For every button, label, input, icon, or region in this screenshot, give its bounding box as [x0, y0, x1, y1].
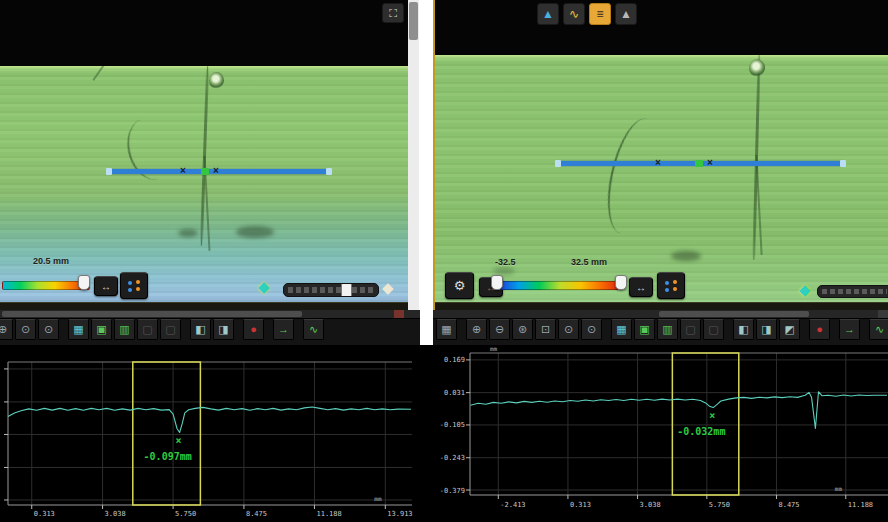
line-marker-2[interactable]: × — [213, 165, 219, 177]
palette-dots-button[interactable] — [657, 272, 685, 299]
layers-button[interactable]: ≡ — [589, 3, 611, 25]
record-button[interactable]: ● — [809, 319, 830, 340]
measurement-line[interactable]: × × — [557, 161, 844, 166]
export-data-button[interactable]: → — [273, 319, 294, 340]
capture-view-icon: ▦ — [616, 324, 626, 335]
height-histogram-icon: ▥ — [119, 324, 129, 335]
right-profile-chart[interactable]: -2.4130.3133.0385.7508.47511.1880.1690.0… — [433, 345, 888, 522]
scroll-end-marker — [878, 310, 888, 318]
profile-wave-button[interactable]: ∿ — [563, 3, 585, 25]
auto-range-button[interactable]: ↔ — [94, 276, 118, 296]
app-window: × × 20.5 mm ↔ ◆ ◆ ⛶ ▲∿≡▲ — [0, 0, 888, 522]
right-panel-black-margin — [435, 0, 888, 55]
zoom-select-button[interactable]: ⊕ — [0, 319, 13, 340]
zoom-next-button[interactable]: ⊙ — [581, 319, 602, 340]
right-h-scrollbar[interactable] — [433, 310, 888, 319]
zoom-fit-button[interactable]: ⊡ — [535, 319, 556, 340]
nav-diamond-icon[interactable]: ◆ — [799, 283, 811, 297]
compare-view-button[interactable]: ▢ — [680, 319, 701, 340]
compare-view-button[interactable]: ▢ — [137, 319, 158, 340]
auto-range-button-right[interactable]: ↔ — [629, 277, 653, 297]
color-scale-bar[interactable] — [2, 281, 90, 290]
frame-scrubber[interactable] — [283, 283, 379, 297]
zoom-region-button[interactable]: ⊛ — [512, 319, 533, 340]
toolbar-separator — [802, 319, 807, 340]
report-chart-button[interactable]: ∿ — [869, 319, 888, 340]
toolbar-separator — [61, 319, 66, 340]
svg-text:-0.243: -0.243 — [440, 454, 465, 462]
height-histogram-button[interactable]: ▥ — [114, 319, 135, 340]
svg-text:11.188: 11.188 — [316, 510, 341, 518]
zoom-next-icon: ⊙ — [44, 324, 53, 335]
expand-button[interactable]: ⛶ — [382, 3, 404, 23]
frame-scrubber[interactable] — [817, 285, 888, 298]
palette-dots-button[interactable] — [120, 272, 148, 299]
roi-zoom-button[interactable]: ◨ — [756, 319, 777, 340]
left-toolbar: ⊕⊙⊙▦▣▥▢▢◧◨●→∿ — [0, 310, 420, 345]
zoom-in-button[interactable]: ⊕ — [466, 319, 487, 340]
toolbar-separator — [726, 319, 731, 340]
measurement-line[interactable]: × × — [108, 169, 330, 174]
image-map-button[interactable]: ▣ — [634, 319, 655, 340]
line-center-handle[interactable] — [201, 168, 209, 175]
color-scale-slider[interactable] — [78, 275, 90, 290]
color-range-bar[interactable] — [497, 281, 623, 290]
nav-diamond-right-icon[interactable]: ◆ — [382, 281, 394, 295]
height-map-button[interactable]: ▲ — [537, 3, 559, 25]
zoom-in-icon: ⊕ — [472, 324, 481, 335]
line-endpoint-left[interactable] — [106, 168, 112, 175]
roi-select-button[interactable]: ◧ — [733, 319, 754, 340]
smudge — [178, 229, 198, 237]
nav-diamond-left-icon[interactable]: ◆ — [258, 280, 270, 294]
vertical-scrollbar[interactable] — [408, 0, 419, 310]
link-view-button[interactable]: ▢ — [160, 319, 181, 340]
capture-view-button[interactable]: ▦ — [68, 319, 89, 340]
left-image-panel: × × 20.5 mm ↔ ◆ ◆ ⛶ — [0, 0, 420, 310]
line-marker-1[interactable]: × — [655, 157, 661, 169]
report-chart-button[interactable]: ∿ — [303, 319, 324, 340]
line-endpoint-right[interactable] — [326, 168, 332, 175]
h-scrollbar-thumb[interactable] — [2, 311, 302, 317]
svg-text:-2.413: -2.413 — [500, 501, 525, 509]
zoom-region-icon: ⊛ — [518, 324, 527, 335]
svg-text:0.169: 0.169 — [444, 356, 465, 364]
roi-select-button[interactable]: ◧ — [190, 319, 211, 340]
range-slider-min[interactable] — [491, 275, 503, 290]
report-chart-icon: ∿ — [309, 324, 318, 335]
zoom-previous-button[interactable]: ⊙ — [15, 319, 36, 340]
left-profile-chart[interactable]: 0.3133.0385.7508.47511.18813.913mm×-0.09… — [0, 345, 432, 522]
zoom-out-button[interactable]: ⊖ — [489, 319, 510, 340]
line-marker-2[interactable]: × — [707, 157, 713, 169]
line-endpoint-right[interactable] — [840, 160, 846, 167]
range-slider-max[interactable] — [615, 275, 627, 290]
zoom-next-button[interactable]: ⊙ — [38, 319, 59, 340]
toolbar-separator — [183, 319, 188, 340]
record-button[interactable]: ● — [243, 319, 264, 340]
scrubber-handle[interactable] — [341, 283, 352, 297]
h-scrollbar-thumb[interactable] — [659, 311, 809, 317]
height-histogram-button[interactable]: ▥ — [657, 319, 678, 340]
line-center-handle[interactable] — [695, 160, 703, 167]
line-endpoint-left[interactable] — [555, 160, 561, 167]
vertical-scrollbar-thumb[interactable] — [409, 2, 418, 40]
roi-move-button[interactable]: ◩ — [779, 319, 800, 340]
link-view-button[interactable]: ▢ — [703, 319, 724, 340]
surface-top-edge — [0, 66, 420, 70]
layout-grid-button[interactable]: ▦ — [436, 319, 457, 340]
image-map-button[interactable]: ▣ — [91, 319, 112, 340]
settings-button[interactable]: ⚙ — [445, 272, 474, 299]
zoom-previous-button[interactable]: ⊙ — [558, 319, 579, 340]
capture-view-button[interactable]: ▦ — [611, 319, 632, 340]
export-data-button[interactable]: → — [839, 319, 860, 340]
line-marker-1[interactable]: × — [180, 165, 186, 177]
toolbar-separator — [296, 319, 301, 340]
peak-shape-button[interactable]: ▲ — [615, 3, 637, 25]
roi-zoom-button[interactable]: ◨ — [213, 319, 234, 340]
left-h-scrollbar[interactable] — [0, 310, 420, 319]
compare-view-icon: ▢ — [142, 324, 152, 335]
compare-view-icon: ▢ — [685, 324, 695, 335]
toolbar-separator — [236, 319, 241, 340]
toolbar-separator — [604, 319, 609, 340]
record-icon: ● — [816, 324, 823, 335]
export-data-icon: → — [844, 324, 855, 335]
